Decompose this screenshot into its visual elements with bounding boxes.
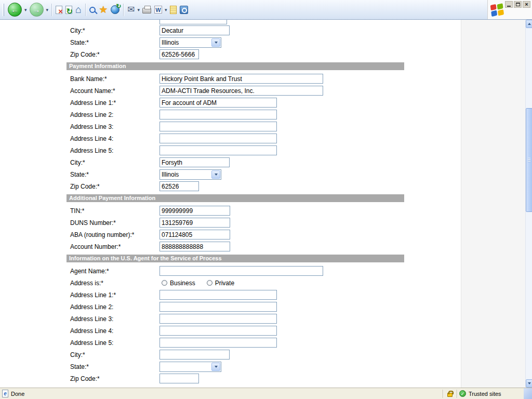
text-input[interactable] xyxy=(159,49,199,59)
form-row: Agent Name:* xyxy=(70,265,461,277)
text-input[interactable] xyxy=(159,86,323,96)
text-input[interactable] xyxy=(159,266,323,276)
form-row: City:* xyxy=(70,156,461,168)
text-input[interactable] xyxy=(159,145,277,155)
text-input[interactable] xyxy=(159,302,277,312)
edit-with-word-button[interactable]: W xyxy=(153,2,164,18)
close-button[interactable]: × xyxy=(523,1,530,8)
history-button[interactable]: ↻ xyxy=(109,2,121,18)
radio-button[interactable] xyxy=(162,280,167,286)
text-input[interactable] xyxy=(159,242,230,251)
back-button[interactable]: ← xyxy=(6,2,23,18)
radio-option[interactable]: Private xyxy=(207,280,234,287)
favorites-star-icon: ★ xyxy=(99,4,108,16)
home-button[interactable]: ⌂ xyxy=(74,2,83,18)
text-input[interactable] xyxy=(159,230,230,240)
stop-button[interactable]: × xyxy=(54,2,64,18)
field-label: ABA (routing number):* xyxy=(70,231,159,238)
vertical-scrollbar[interactable] xyxy=(525,20,532,388)
radio-group: BusinessPrivate xyxy=(162,280,234,287)
forward-dropdown-icon[interactable]: ▾ xyxy=(45,7,50,12)
section-header: Additional Payment Information xyxy=(66,194,404,202)
field-label: State:* xyxy=(70,39,159,46)
select-value: Illinois xyxy=(162,171,179,178)
notes-button[interactable] xyxy=(168,2,178,18)
refresh-icon: ↻ xyxy=(65,6,72,14)
text-input[interactable] xyxy=(159,134,277,143)
radio-option[interactable]: Business xyxy=(162,280,195,287)
mail-button[interactable]: ✉ xyxy=(126,2,136,18)
field-label: Agent Name:* xyxy=(70,268,159,275)
form-row: Address Line 5: xyxy=(70,337,461,349)
form-row: Address Line 5: xyxy=(70,144,461,156)
status-bar: e Done ✓ Trusted sites xyxy=(0,388,532,399)
text-input[interactable] xyxy=(159,181,199,191)
dropdown-arrow-icon[interactable] xyxy=(211,38,220,47)
security-zone-section: ✓ Trusted sites xyxy=(457,388,524,399)
text-input[interactable] xyxy=(159,74,323,84)
refresh-button[interactable]: ↻ xyxy=(64,2,74,18)
text-input[interactable] xyxy=(159,350,230,360)
select-dropdown[interactable] xyxy=(159,362,221,372)
field-label: Zip Code:* xyxy=(70,375,159,382)
dropdown-arrow-icon[interactable] xyxy=(211,170,220,179)
restore-button[interactable] xyxy=(514,1,522,8)
print-button[interactable] xyxy=(141,2,153,18)
form-rows: City:*State:*IllinoisZip Code:*Payment I… xyxy=(70,20,461,384)
window-controls: × xyxy=(505,1,530,8)
field-label: Address Line 2: xyxy=(70,303,159,311)
edit-dropdown-icon[interactable]: ▾ xyxy=(164,7,168,12)
radio-label: Private xyxy=(215,280,234,287)
scroll-up-button[interactable] xyxy=(526,20,532,28)
padlock-icon xyxy=(447,393,453,397)
text-input[interactable] xyxy=(159,218,230,228)
text-input[interactable] xyxy=(159,25,230,35)
text-input[interactable] xyxy=(159,326,277,336)
text-input[interactable] xyxy=(159,290,277,300)
scrollbar-thumb[interactable] xyxy=(526,108,532,212)
field-label: State:* xyxy=(70,363,159,370)
text-input[interactable] xyxy=(159,314,277,324)
scroll-down-button[interactable] xyxy=(526,379,532,388)
minimize-button[interactable] xyxy=(505,1,513,8)
field-label: City:* xyxy=(70,159,159,166)
form-row: Address Line 2: xyxy=(70,301,461,313)
clipped-text-input[interactable] xyxy=(159,20,227,24)
search-button[interactable] xyxy=(88,2,97,18)
radio-button[interactable] xyxy=(207,280,212,286)
field-label: Bank Name:* xyxy=(70,75,159,83)
text-input[interactable] xyxy=(159,157,230,167)
form-row: City:* xyxy=(70,349,461,361)
mail-icon: ✉ xyxy=(127,4,135,15)
field-label: Zip Code:* xyxy=(70,51,159,58)
trusted-check-icon: ✓ xyxy=(459,390,466,397)
toolbar-grip[interactable] xyxy=(3,4,4,16)
registration-form: City:*State:*IllinoisZip Code:*Payment I… xyxy=(0,20,461,388)
back-dropdown-icon[interactable]: ▾ xyxy=(23,7,28,12)
field-label: Address Line 1:* xyxy=(70,99,159,107)
field-label: TIN:* xyxy=(70,207,159,215)
text-input[interactable] xyxy=(159,110,277,119)
research-button[interactable] xyxy=(178,2,190,18)
select-dropdown[interactable]: Illinois xyxy=(159,37,221,48)
favorites-button[interactable]: ★ xyxy=(97,2,109,18)
form-row: Address Line 2: xyxy=(70,109,461,121)
mail-dropdown-icon[interactable]: ▾ xyxy=(136,7,141,12)
text-input[interactable] xyxy=(159,122,277,131)
history-globe-icon: ↻ xyxy=(111,5,119,14)
notepad-icon xyxy=(170,6,177,14)
text-input[interactable] xyxy=(159,374,199,383)
form-row: TIN:* xyxy=(70,205,461,217)
browser-header: ← ▾ → ▾ × ↻ ⌂ xyxy=(0,0,532,20)
form-row: City:* xyxy=(70,24,461,36)
text-input[interactable] xyxy=(159,206,230,216)
forward-button[interactable]: → xyxy=(28,2,45,18)
back-icon: ← xyxy=(8,3,22,17)
text-input[interactable] xyxy=(159,98,277,108)
dropdown-arrow-icon[interactable] xyxy=(211,363,220,371)
form-row: Address Line 3: xyxy=(70,313,461,325)
text-input[interactable] xyxy=(159,338,277,348)
resize-grip[interactable] xyxy=(524,388,532,399)
select-dropdown[interactable]: Illinois xyxy=(159,169,221,180)
stop-icon: × xyxy=(56,6,62,14)
